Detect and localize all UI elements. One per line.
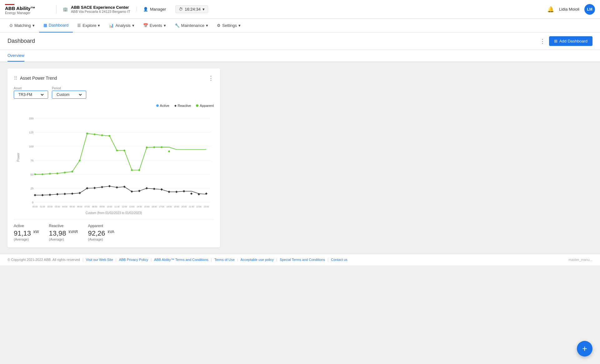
chevron-down-icon: ▾ xyxy=(32,23,35,28)
svg-text:02:00: 02:00 xyxy=(47,206,52,208)
asset-select[interactable]: TR3-FM xyxy=(17,92,45,97)
page-actions: ⋮ ⊞ Add Dashboard xyxy=(540,36,592,46)
asset-filter-group: Asset TR3-FM xyxy=(14,87,48,99)
tab-overview[interactable]: Overview xyxy=(8,50,24,62)
stat-reactive-label: Reactive xyxy=(49,224,78,228)
svg-text:23:00: 23:00 xyxy=(204,206,209,208)
footer-link-terms[interactable]: ABB Ability™ Terms and Conditions xyxy=(154,258,208,262)
card-title: Asset Power Trend xyxy=(20,76,57,81)
stats-row: Active 91,13 kW (Average) Reactive 13,98… xyxy=(14,220,214,241)
svg-marker-34 xyxy=(41,194,44,197)
svg-text:13:00: 13:00 xyxy=(129,206,135,208)
svg-text:18:00: 18:00 xyxy=(167,206,172,208)
svg-text:12:00: 12:00 xyxy=(122,206,127,208)
svg-text:75: 75 xyxy=(31,159,34,162)
svg-point-23 xyxy=(101,134,103,136)
svg-marker-38 xyxy=(71,192,73,195)
active-legend-dot xyxy=(156,104,159,107)
svg-marker-43 xyxy=(108,185,111,187)
session-info: 👤 Manager xyxy=(137,7,166,12)
svg-marker-48 xyxy=(146,187,148,190)
card-header: ⠿ Asset Power Trend ⋮ xyxy=(14,75,214,82)
clock-icon: ⏱ xyxy=(179,7,183,12)
active-unit: kW xyxy=(33,230,39,234)
svg-text:08:00: 08:00 xyxy=(92,206,97,208)
manager-role: Manager xyxy=(150,7,166,12)
analysis-icon: 📊 xyxy=(109,23,114,28)
footer-link-special[interactable]: Special Terms and Conditions xyxy=(280,258,325,262)
events-icon: 📅 xyxy=(143,23,148,28)
svg-point-27 xyxy=(131,169,133,171)
footer-copyright: © Copyright 2021-2022 ABB. All rights re… xyxy=(8,258,80,262)
reactive-unit: kVAR xyxy=(69,230,78,234)
svg-marker-50 xyxy=(160,188,163,191)
nav-item-dashboard[interactable]: ▦ Dashboard xyxy=(39,19,73,32)
reactive-legend-label: Reactive xyxy=(178,104,191,107)
asset-select-wrapper[interactable]: TR3-FM xyxy=(14,91,48,99)
content-area: ⠿ Asset Power Trend ⋮ Asset TR3-FM Perio… xyxy=(0,62,600,254)
footer-link-contact[interactable]: Contact us xyxy=(331,258,348,262)
svg-text:0: 0 xyxy=(32,201,34,204)
period-select[interactable]: Custom xyxy=(55,92,83,97)
footer-link-terms-use[interactable]: Terms of Use xyxy=(214,258,235,262)
chevron-down-icon-settings: ▾ xyxy=(238,23,241,28)
card-filters: Asset TR3-FM Period Custom xyxy=(14,87,214,99)
chart-footer-label: Custom (from 01/02/2023 to 01/02/2023) xyxy=(14,211,214,215)
facility-name: ABB SACE Experience Center xyxy=(71,5,130,10)
svg-text:04:00: 04:00 xyxy=(62,206,68,208)
nav-item-analysis[interactable]: 📊 Analysis ▾ xyxy=(104,19,138,32)
svg-marker-52 xyxy=(175,191,178,193)
add-dashboard-label: Add Dashboard xyxy=(559,39,588,43)
svg-text:06:00: 06:00 xyxy=(77,206,82,208)
add-dashboard-button[interactable]: ⊞ Add Dashboard xyxy=(549,36,592,46)
nav-label-analysis: Analysis xyxy=(115,23,130,28)
svg-point-24 xyxy=(109,135,111,137)
nav-item-maintenance[interactable]: 🔧 Maintenance ▾ xyxy=(170,19,212,32)
header-right: 🔔 Lidia Moioli LM xyxy=(547,4,595,15)
period-select-wrapper[interactable]: Custom xyxy=(52,91,86,99)
svg-text:20:00: 20:00 xyxy=(181,206,187,208)
svg-text:10:00: 10:00 xyxy=(107,206,112,208)
card-menu-button[interactable]: ⋮ xyxy=(208,75,214,82)
svg-marker-46 xyxy=(131,190,133,193)
footer-link-privacy[interactable]: ABB Privacy Policy xyxy=(119,258,148,262)
svg-text:21:00: 21:00 xyxy=(189,206,194,208)
svg-marker-39 xyxy=(78,192,81,194)
more-options-button[interactable]: ⋮ xyxy=(540,38,545,45)
facility-icon: 🏢 xyxy=(63,7,68,12)
svg-point-26 xyxy=(123,150,125,152)
svg-point-32 xyxy=(168,151,170,152)
svg-marker-37 xyxy=(64,193,66,195)
svg-text:150: 150 xyxy=(29,117,34,120)
main-nav: ⊙ Matching ▾ ▦ Dashboard ☰ Explore ▾ 📊 A… xyxy=(0,19,600,32)
page-footer: © Copyright 2021-2022 ABB. All rights re… xyxy=(0,254,600,265)
time-chevron-icon[interactable]: ▾ xyxy=(202,7,205,12)
svg-text:07:00: 07:00 xyxy=(85,206,90,208)
footer-link-acceptable[interactable]: Acceptable use policy xyxy=(241,258,274,262)
nav-item-settings[interactable]: ⚙ Settings ▾ xyxy=(212,19,245,32)
current-time: 16:24:34 xyxy=(185,7,201,12)
svg-point-28 xyxy=(138,169,140,171)
stat-reactive: Reactive 13,98 kVAR (Average) xyxy=(49,224,78,241)
legend-active: Active xyxy=(156,104,169,107)
svg-marker-53 xyxy=(183,190,185,192)
svg-point-15 xyxy=(42,173,43,175)
user-name: Lidia Moioli xyxy=(559,7,579,12)
stat-active-label: Active xyxy=(14,224,39,228)
footer-link-website[interactable]: Visit our Web Site xyxy=(86,258,113,262)
nav-item-explore[interactable]: ☰ Explore ▾ xyxy=(73,19,104,32)
legend-apparent: Apparent xyxy=(196,104,214,107)
svg-text:09:00: 09:00 xyxy=(99,206,105,208)
nav-item-matching[interactable]: ⊙ Matching ▾ xyxy=(5,19,39,32)
manager-icon: 👤 xyxy=(143,7,148,12)
avatar[interactable]: LM xyxy=(584,4,595,15)
stat-apparent-avg: (Average) xyxy=(88,237,114,241)
svg-marker-42 xyxy=(101,186,103,188)
asset-power-trend-card: ⠿ Asset Power Trend ⋮ Asset TR3-FM Perio… xyxy=(8,68,220,247)
nav-item-events[interactable]: 📅 Events ▾ xyxy=(139,19,170,32)
chevron-down-icon-maintenance: ▾ xyxy=(206,23,208,28)
svg-marker-49 xyxy=(153,188,156,190)
svg-point-21 xyxy=(86,132,88,134)
notifications-bell-icon[interactable]: 🔔 xyxy=(547,6,554,13)
svg-point-31 xyxy=(161,146,162,148)
